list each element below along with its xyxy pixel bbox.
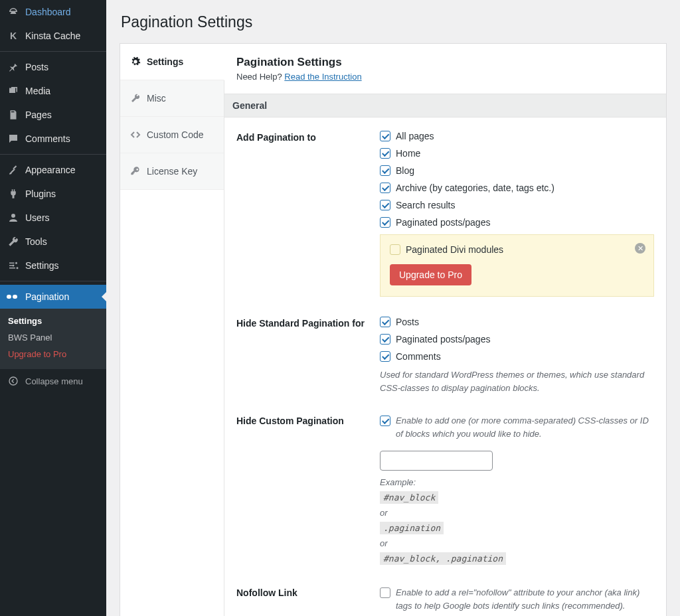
checkbox[interactable] bbox=[380, 317, 390, 327]
main-content: Pagination Settings Settings Misc Custo bbox=[106, 0, 680, 616]
opt-archive[interactable]: Archive (by categories, date, tags etc.) bbox=[380, 183, 654, 193]
or-separator: or bbox=[380, 538, 654, 548]
opt-nofollow[interactable]: Enable to add a rel="nofollow" attribute… bbox=[380, 586, 654, 612]
tab-misc[interactable]: Misc bbox=[120, 80, 224, 117]
checkbox[interactable] bbox=[380, 183, 390, 193]
upgrade-button[interactable]: Upgrade to Pro bbox=[390, 264, 471, 285]
checkbox[interactable] bbox=[380, 131, 390, 141]
opt-label: Archive (by categories, date, tags etc.) bbox=[396, 183, 554, 193]
pagination-icon bbox=[7, 290, 20, 303]
sidebar-label: Settings bbox=[25, 260, 59, 271]
label-add-pagination: Add Pagination to bbox=[236, 131, 380, 297]
sidebar-label: Posts bbox=[25, 62, 48, 72]
pages-icon bbox=[7, 108, 20, 121]
sidebar-label: Appearance bbox=[25, 165, 76, 175]
tab-license-key[interactable]: License Key bbox=[120, 153, 224, 190]
collapse-icon bbox=[7, 374, 20, 388]
hide-standard-desc: Used for standard WordPress themes or th… bbox=[380, 368, 654, 394]
sidebar-separator bbox=[0, 281, 106, 281]
sidebar-label: Pagination bbox=[25, 291, 69, 302]
css-classes-input[interactable] bbox=[380, 451, 493, 471]
label-hide-custom: Hide Custom Pagination bbox=[236, 414, 380, 566]
submenu-bws-panel[interactable]: BWS Panel bbox=[0, 329, 106, 346]
sidebar-label: Tools bbox=[25, 236, 47, 247]
opt-label: Posts bbox=[396, 317, 419, 327]
control-nofollow: Enable to add a rel="nofollow" attribute… bbox=[380, 586, 654, 612]
sidebar-item-settings[interactable]: Settings bbox=[0, 254, 106, 277]
brush-icon bbox=[7, 163, 20, 177]
tab-label: Custom Code bbox=[147, 129, 204, 140]
nofollow-desc: Enable to add a rel="nofollow" attribute… bbox=[396, 586, 654, 612]
opt-all-pages[interactable]: All pages bbox=[380, 131, 654, 141]
example-code-2: .pagination bbox=[380, 522, 444, 534]
opt-paginated[interactable]: Paginated posts/pages bbox=[380, 217, 654, 228]
sidebar-item-appearance[interactable]: Appearance bbox=[0, 158, 106, 182]
opt-label: Paginated Divi modules bbox=[406, 244, 503, 255]
section-general: General bbox=[224, 94, 666, 117]
opt-blog[interactable]: Blog bbox=[380, 165, 654, 176]
opt-hide-paginated[interactable]: Paginated posts/pages bbox=[380, 334, 654, 345]
sidebar-item-dashboard[interactable]: Dashboard bbox=[0, 0, 106, 24]
sidebar-label: Plugins bbox=[25, 189, 56, 199]
plugin-icon bbox=[7, 187, 20, 200]
label-hide-standard: Hide Standard Pagination for bbox=[236, 317, 380, 394]
sidebar-item-posts[interactable]: Posts bbox=[0, 55, 106, 79]
sidebar-item-media[interactable]: Media bbox=[0, 79, 106, 103]
submenu-settings[interactable]: Settings bbox=[0, 313, 106, 329]
page-title: Pagination Settings bbox=[121, 13, 667, 31]
opt-label: Home bbox=[396, 148, 420, 159]
sidebar-item-plugins[interactable]: Plugins bbox=[0, 182, 106, 206]
kinsta-icon: K bbox=[7, 29, 20, 42]
sidebar-label: Comments bbox=[25, 133, 70, 144]
sidebar-label: Media bbox=[25, 86, 50, 96]
tab-settings[interactable]: Settings bbox=[120, 44, 224, 80]
panel-tabs: Settings Misc Custom Code License Key bbox=[120, 44, 224, 616]
opt-label: Blog bbox=[396, 165, 414, 176]
help-link[interactable]: Read the Instruction bbox=[284, 72, 361, 82]
sidebar-item-users[interactable]: Users bbox=[0, 206, 106, 230]
checkbox[interactable] bbox=[380, 217, 390, 228]
sidebar-item-pages[interactable]: Pages bbox=[0, 103, 106, 127]
row-add-pagination: Add Pagination to All pages Home Blog bbox=[236, 131, 654, 297]
sidebar-item-tools[interactable]: Tools bbox=[0, 230, 106, 254]
checkbox[interactable] bbox=[380, 165, 390, 176]
checkbox[interactable] bbox=[380, 334, 390, 345]
help-line: Need Help? Read the Instruction bbox=[236, 72, 654, 82]
sidebar-item-pagination[interactable]: Pagination bbox=[0, 285, 106, 309]
checkbox[interactable] bbox=[380, 416, 390, 426]
checkbox[interactable] bbox=[380, 351, 390, 362]
opt-hide-comments[interactable]: Comments bbox=[380, 351, 654, 362]
panel-heading: Pagination Settings bbox=[236, 56, 654, 69]
collapse-menu[interactable]: Collapse menu bbox=[0, 369, 106, 393]
checkbox[interactable] bbox=[380, 587, 390, 598]
sidebar-item-comments[interactable]: Comments bbox=[0, 127, 106, 151]
example-label: Example: bbox=[380, 477, 654, 487]
or-separator: or bbox=[380, 508, 654, 518]
sidebar-label: Kinsta Cache bbox=[25, 31, 80, 41]
submenu-upgrade[interactable]: Upgrade to Pro bbox=[0, 346, 106, 362]
panel-body: Pagination Settings Need Help? Read the … bbox=[224, 44, 666, 616]
opt-enable-hide-custom[interactable]: Enable to add one (or more comma-separat… bbox=[380, 414, 654, 440]
example-code-1: #nav_block bbox=[380, 491, 438, 504]
opt-search[interactable]: Search results bbox=[380, 200, 654, 210]
admin-sidebar: Dashboard K Kinsta Cache Posts Media Pag… bbox=[0, 0, 106, 616]
opt-hide-posts[interactable]: Posts bbox=[380, 317, 654, 327]
sidebar-submenu: Settings BWS Panel Upgrade to Pro bbox=[0, 309, 106, 369]
checkbox-disabled bbox=[390, 244, 400, 255]
dashboard-icon bbox=[7, 5, 20, 19]
opt-divi-modules: Paginated Divi modules bbox=[390, 244, 644, 255]
opt-label: Search results bbox=[396, 200, 455, 210]
hide-custom-desc: Enable to add one (or more comma-separat… bbox=[396, 414, 654, 440]
control-add-pagination: All pages Home Blog Archive (by categori… bbox=[380, 131, 654, 297]
pushpin-icon bbox=[7, 60, 20, 74]
tab-custom-code[interactable]: Custom Code bbox=[120, 117, 224, 153]
close-icon[interactable]: ✕ bbox=[635, 243, 645, 254]
checkbox[interactable] bbox=[380, 200, 390, 210]
row-hide-standard: Hide Standard Pagination for Posts Pagin… bbox=[236, 317, 654, 394]
svg-rect-1 bbox=[13, 295, 17, 299]
checkbox[interactable] bbox=[380, 148, 390, 159]
opt-label: Comments bbox=[396, 351, 441, 362]
sidebar-item-kinsta[interactable]: K Kinsta Cache bbox=[0, 24, 106, 48]
opt-home[interactable]: Home bbox=[380, 148, 654, 159]
collapse-label: Collapse menu bbox=[25, 376, 83, 386]
